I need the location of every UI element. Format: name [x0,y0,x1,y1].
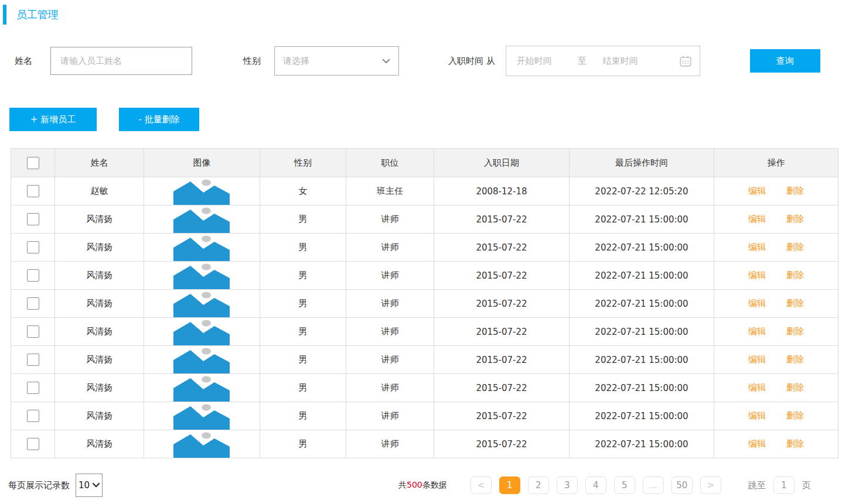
cell-position: 讲师 [346,234,434,262]
cell-gender: 男 [260,374,346,402]
row-checkbox[interactable] [27,297,39,310]
calendar-icon[interactable] [680,56,691,67]
delete-link[interactable]: 删除 [786,242,804,252]
cell-hire-date: 2015-07-22 [434,346,570,374]
cell-image [144,262,260,290]
cell-checkbox [11,402,55,430]
gender-select[interactable]: 请选择 [274,46,399,76]
cell-checkbox [11,318,55,346]
cell-name: 风清扬 [55,374,144,402]
cell-operations: 编辑 删除 [714,234,838,262]
cell-operations: 编辑 删除 [714,346,838,374]
edit-link[interactable]: 编辑 [748,298,766,308]
row-checkbox[interactable] [27,213,39,225]
end-date-input[interactable]: 结束时间 [603,56,638,67]
row-checkbox[interactable] [27,325,39,338]
prev-page-button[interactable]: < [471,476,492,494]
cell-last-op-time: 2022-07-22 12:05:20 [570,177,714,205]
cell-image [144,346,260,374]
delete-link[interactable]: 删除 [786,214,804,224]
row-checkbox[interactable] [27,438,39,450]
next-page-button[interactable]: > [700,476,721,494]
broken-image-icon [173,348,231,373]
cell-image [144,318,260,346]
edit-link[interactable]: 编辑 [748,270,766,280]
cell-last-op-time: 2022-07-21 15:00:00 [570,374,714,402]
cell-checkbox [11,177,55,205]
edit-link[interactable]: 编辑 [748,382,766,393]
gender-select-value: 请选择 [283,56,382,67]
name-input[interactable] [50,47,192,75]
cell-hire-date: 2015-07-22 [434,374,570,402]
cell-last-op-time: 2022-07-21 15:00:00 [570,205,714,234]
select-all-checkbox[interactable] [27,157,39,169]
broken-image-icon [173,207,231,233]
row-checkbox[interactable] [27,185,39,197]
delete-link[interactable]: 删除 [786,186,804,196]
add-employee-button[interactable]: + 新增员工 [9,108,97,131]
page-button-2[interactable]: 2 [528,476,549,494]
page-title: 员工管理 [16,8,59,22]
edit-link[interactable]: 编辑 [748,354,766,365]
cell-position: 班主任 [346,177,434,205]
delete-link[interactable]: 删除 [786,382,804,393]
table-header: 姓名 图像 性别 职位 入职日期 最后操作时间 操作 [11,149,838,177]
page-button-5[interactable]: 5 [614,476,635,494]
page-button-1[interactable]: 1 [499,476,520,494]
edit-link[interactable]: 编辑 [748,242,766,252]
cell-image [144,205,260,234]
total-prefix: 共 [398,480,407,489]
delete-link[interactable]: 删除 [786,354,804,365]
page-size-label: 每页展示记录数 [8,480,70,491]
select-all-header-cell [11,149,55,177]
date-to-label: 至 [578,56,587,67]
broken-image-icon [173,320,231,345]
cell-gender: 男 [260,234,346,262]
cell-operations: 编辑 删除 [714,402,838,430]
cell-checkbox [11,234,55,262]
start-date-input[interactable]: 开始时间 [517,56,552,67]
cell-hire-date: 2015-07-22 [434,205,570,234]
cell-name: 风清扬 [55,346,144,374]
row-checkbox[interactable] [27,410,39,422]
broken-image-icon [173,404,231,430]
delete-link[interactable]: 删除 [786,326,804,337]
chevron-down-icon [382,59,390,64]
table-row: 风清扬 男 讲师 2015-07-22 2022-07-21 15:00:00 … [11,318,838,346]
cell-gender: 男 [260,430,346,458]
name-label: 姓名 [15,56,32,67]
batch-delete-button[interactable]: - 批量删除 [119,108,199,131]
row-checkbox[interactable] [27,269,39,282]
page-button-50[interactable]: 50 [671,476,693,494]
edit-link[interactable]: 编辑 [748,326,766,337]
row-checkbox[interactable] [27,382,39,394]
delete-link[interactable]: 删除 [786,438,804,449]
edit-link[interactable]: 编辑 [748,438,766,449]
row-checkbox[interactable] [27,354,39,366]
page-button-3[interactable]: 3 [557,476,578,494]
action-bar: + 新增员工 - 批量删除 [9,108,842,131]
total-count: 500 [407,480,422,489]
delete-link[interactable]: 删除 [786,410,804,421]
table-row: 风清扬 男 讲师 2015-07-22 2022-07-21 15:00:00 … [11,402,838,430]
delete-link[interactable]: 删除 [786,270,804,280]
cell-operations: 编辑 删除 [714,318,838,346]
table-body: 赵敏 女 班主任 2008-12-18 2022-07-22 12:05:20 … [11,177,838,458]
page-ellipsis[interactable]: ... [643,476,664,494]
query-button[interactable]: 查询 [750,49,820,73]
employee-table: 姓名 图像 性别 职位 入职日期 最后操作时间 操作 赵敏 女 班主任 2008… [11,148,838,458]
broken-image-icon [173,179,231,205]
broken-image-icon [173,235,231,261]
broken-image-icon [173,432,231,458]
row-checkbox[interactable] [27,241,39,253]
edit-link[interactable]: 编辑 [748,186,766,196]
cell-last-op-time: 2022-07-21 15:00:00 [570,318,714,346]
edit-link[interactable]: 编辑 [748,410,766,421]
edit-link[interactable]: 编辑 [748,214,766,224]
delete-link[interactable]: 删除 [786,298,804,308]
page-button-4[interactable]: 4 [585,476,606,494]
page-size-select[interactable]: 10 [76,474,103,497]
table-row: 风清扬 男 讲师 2015-07-22 2022-07-21 15:00:00 … [11,290,838,318]
page-header: 员工管理 [3,5,842,25]
jump-page-input[interactable] [773,476,795,494]
